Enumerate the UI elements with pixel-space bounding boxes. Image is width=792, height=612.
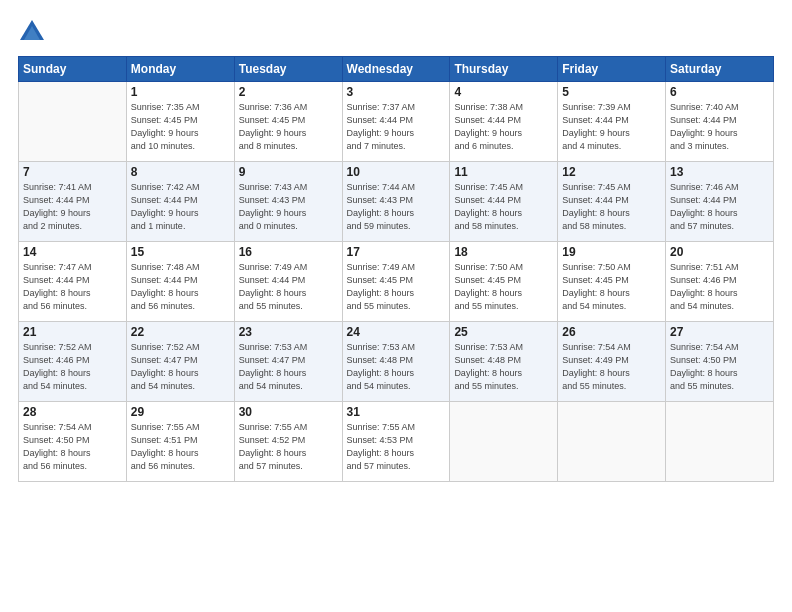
day-number: 22 <box>131 325 230 339</box>
day-number: 3 <box>347 85 446 99</box>
day-cell: 31Sunrise: 7:55 AMSunset: 4:53 PMDayligh… <box>342 402 450 482</box>
calendar-header: SundayMondayTuesdayWednesdayThursdayFrid… <box>19 57 774 82</box>
col-header-saturday: Saturday <box>666 57 774 82</box>
day-cell: 22Sunrise: 7:52 AMSunset: 4:47 PMDayligh… <box>126 322 234 402</box>
day-info: Sunrise: 7:44 AMSunset: 4:43 PMDaylight:… <box>347 181 446 233</box>
col-header-sunday: Sunday <box>19 57 127 82</box>
day-cell: 11Sunrise: 7:45 AMSunset: 4:44 PMDayligh… <box>450 162 558 242</box>
day-info: Sunrise: 7:41 AMSunset: 4:44 PMDaylight:… <box>23 181 122 233</box>
day-info: Sunrise: 7:53 AMSunset: 4:48 PMDaylight:… <box>454 341 553 393</box>
calendar: SundayMondayTuesdayWednesdayThursdayFrid… <box>18 56 774 482</box>
day-number: 31 <box>347 405 446 419</box>
day-number: 8 <box>131 165 230 179</box>
day-info: Sunrise: 7:49 AMSunset: 4:45 PMDaylight:… <box>347 261 446 313</box>
day-info: Sunrise: 7:43 AMSunset: 4:43 PMDaylight:… <box>239 181 338 233</box>
day-cell: 13Sunrise: 7:46 AMSunset: 4:44 PMDayligh… <box>666 162 774 242</box>
day-cell: 4Sunrise: 7:38 AMSunset: 4:44 PMDaylight… <box>450 82 558 162</box>
day-cell: 12Sunrise: 7:45 AMSunset: 4:44 PMDayligh… <box>558 162 666 242</box>
day-cell: 7Sunrise: 7:41 AMSunset: 4:44 PMDaylight… <box>19 162 127 242</box>
page: SundayMondayTuesdayWednesdayThursdayFrid… <box>0 0 792 612</box>
calendar-body: 1Sunrise: 7:35 AMSunset: 4:45 PMDaylight… <box>19 82 774 482</box>
day-number: 17 <box>347 245 446 259</box>
day-info: Sunrise: 7:51 AMSunset: 4:46 PMDaylight:… <box>670 261 769 313</box>
day-info: Sunrise: 7:54 AMSunset: 4:50 PMDaylight:… <box>23 421 122 473</box>
day-cell: 15Sunrise: 7:48 AMSunset: 4:44 PMDayligh… <box>126 242 234 322</box>
day-cell: 18Sunrise: 7:50 AMSunset: 4:45 PMDayligh… <box>450 242 558 322</box>
day-number: 15 <box>131 245 230 259</box>
day-cell: 21Sunrise: 7:52 AMSunset: 4:46 PMDayligh… <box>19 322 127 402</box>
day-number: 21 <box>23 325 122 339</box>
day-cell: 30Sunrise: 7:55 AMSunset: 4:52 PMDayligh… <box>234 402 342 482</box>
col-header-tuesday: Tuesday <box>234 57 342 82</box>
day-number: 9 <box>239 165 338 179</box>
day-info: Sunrise: 7:49 AMSunset: 4:44 PMDaylight:… <box>239 261 338 313</box>
day-cell: 10Sunrise: 7:44 AMSunset: 4:43 PMDayligh… <box>342 162 450 242</box>
col-header-friday: Friday <box>558 57 666 82</box>
day-number: 14 <box>23 245 122 259</box>
day-number: 1 <box>131 85 230 99</box>
day-cell: 28Sunrise: 7:54 AMSunset: 4:50 PMDayligh… <box>19 402 127 482</box>
day-cell: 2Sunrise: 7:36 AMSunset: 4:45 PMDaylight… <box>234 82 342 162</box>
day-info: Sunrise: 7:55 AMSunset: 4:52 PMDaylight:… <box>239 421 338 473</box>
day-cell <box>558 402 666 482</box>
day-info: Sunrise: 7:42 AMSunset: 4:44 PMDaylight:… <box>131 181 230 233</box>
day-cell: 29Sunrise: 7:55 AMSunset: 4:51 PMDayligh… <box>126 402 234 482</box>
day-info: Sunrise: 7:47 AMSunset: 4:44 PMDaylight:… <box>23 261 122 313</box>
day-number: 28 <box>23 405 122 419</box>
col-header-thursday: Thursday <box>450 57 558 82</box>
day-number: 7 <box>23 165 122 179</box>
day-number: 16 <box>239 245 338 259</box>
day-info: Sunrise: 7:55 AMSunset: 4:53 PMDaylight:… <box>347 421 446 473</box>
week-row-2: 7Sunrise: 7:41 AMSunset: 4:44 PMDaylight… <box>19 162 774 242</box>
day-number: 30 <box>239 405 338 419</box>
day-number: 2 <box>239 85 338 99</box>
day-cell: 17Sunrise: 7:49 AMSunset: 4:45 PMDayligh… <box>342 242 450 322</box>
day-info: Sunrise: 7:53 AMSunset: 4:47 PMDaylight:… <box>239 341 338 393</box>
day-info: Sunrise: 7:46 AMSunset: 4:44 PMDaylight:… <box>670 181 769 233</box>
day-number: 29 <box>131 405 230 419</box>
day-cell <box>450 402 558 482</box>
day-number: 6 <box>670 85 769 99</box>
day-cell: 20Sunrise: 7:51 AMSunset: 4:46 PMDayligh… <box>666 242 774 322</box>
week-row-4: 21Sunrise: 7:52 AMSunset: 4:46 PMDayligh… <box>19 322 774 402</box>
day-number: 18 <box>454 245 553 259</box>
header <box>18 18 774 46</box>
logo-icon <box>18 18 46 46</box>
day-cell: 9Sunrise: 7:43 AMSunset: 4:43 PMDaylight… <box>234 162 342 242</box>
day-number: 11 <box>454 165 553 179</box>
day-cell: 19Sunrise: 7:50 AMSunset: 4:45 PMDayligh… <box>558 242 666 322</box>
day-cell: 16Sunrise: 7:49 AMSunset: 4:44 PMDayligh… <box>234 242 342 322</box>
logo <box>18 18 50 46</box>
day-cell: 27Sunrise: 7:54 AMSunset: 4:50 PMDayligh… <box>666 322 774 402</box>
week-row-3: 14Sunrise: 7:47 AMSunset: 4:44 PMDayligh… <box>19 242 774 322</box>
day-cell: 26Sunrise: 7:54 AMSunset: 4:49 PMDayligh… <box>558 322 666 402</box>
header-row: SundayMondayTuesdayWednesdayThursdayFrid… <box>19 57 774 82</box>
day-number: 27 <box>670 325 769 339</box>
day-cell: 1Sunrise: 7:35 AMSunset: 4:45 PMDaylight… <box>126 82 234 162</box>
day-number: 13 <box>670 165 769 179</box>
day-cell: 23Sunrise: 7:53 AMSunset: 4:47 PMDayligh… <box>234 322 342 402</box>
day-info: Sunrise: 7:55 AMSunset: 4:51 PMDaylight:… <box>131 421 230 473</box>
day-info: Sunrise: 7:54 AMSunset: 4:49 PMDaylight:… <box>562 341 661 393</box>
day-number: 12 <box>562 165 661 179</box>
week-row-1: 1Sunrise: 7:35 AMSunset: 4:45 PMDaylight… <box>19 82 774 162</box>
day-info: Sunrise: 7:50 AMSunset: 4:45 PMDaylight:… <box>454 261 553 313</box>
day-number: 19 <box>562 245 661 259</box>
day-info: Sunrise: 7:52 AMSunset: 4:47 PMDaylight:… <box>131 341 230 393</box>
day-cell: 8Sunrise: 7:42 AMSunset: 4:44 PMDaylight… <box>126 162 234 242</box>
day-info: Sunrise: 7:40 AMSunset: 4:44 PMDaylight:… <box>670 101 769 153</box>
day-info: Sunrise: 7:48 AMSunset: 4:44 PMDaylight:… <box>131 261 230 313</box>
day-cell: 25Sunrise: 7:53 AMSunset: 4:48 PMDayligh… <box>450 322 558 402</box>
day-info: Sunrise: 7:50 AMSunset: 4:45 PMDaylight:… <box>562 261 661 313</box>
day-info: Sunrise: 7:35 AMSunset: 4:45 PMDaylight:… <box>131 101 230 153</box>
day-info: Sunrise: 7:36 AMSunset: 4:45 PMDaylight:… <box>239 101 338 153</box>
day-info: Sunrise: 7:39 AMSunset: 4:44 PMDaylight:… <box>562 101 661 153</box>
col-header-monday: Monday <box>126 57 234 82</box>
day-cell: 6Sunrise: 7:40 AMSunset: 4:44 PMDaylight… <box>666 82 774 162</box>
day-info: Sunrise: 7:37 AMSunset: 4:44 PMDaylight:… <box>347 101 446 153</box>
week-row-5: 28Sunrise: 7:54 AMSunset: 4:50 PMDayligh… <box>19 402 774 482</box>
day-info: Sunrise: 7:38 AMSunset: 4:44 PMDaylight:… <box>454 101 553 153</box>
day-number: 25 <box>454 325 553 339</box>
day-number: 24 <box>347 325 446 339</box>
day-cell: 24Sunrise: 7:53 AMSunset: 4:48 PMDayligh… <box>342 322 450 402</box>
